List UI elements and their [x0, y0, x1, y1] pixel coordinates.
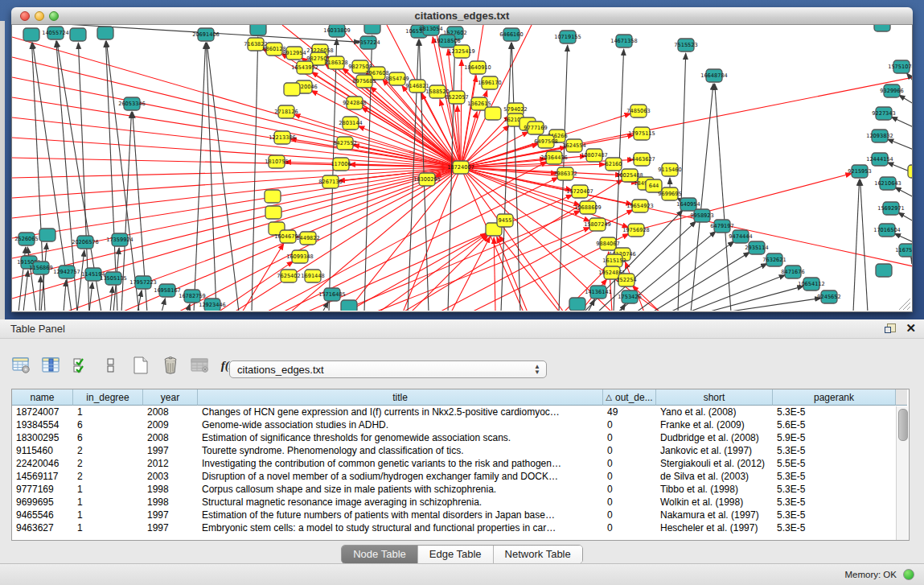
cell-pagerank[interactable]: 5.6E-5 [773, 418, 896, 431]
graph-node[interactable]: 3624554 [562, 139, 585, 152]
graph-node[interactable]: 6497568 [534, 135, 557, 148]
cell-pagerank[interactable]: 5.3E-5 [773, 483, 896, 496]
cell-year[interactable]: 1997 [143, 444, 198, 457]
cell-out_de[interactable]: 0 [603, 509, 656, 521]
cell-short[interactable]: Franke et al. (2009) [656, 418, 773, 431]
cell-short[interactable]: Yano et al. (2008) [656, 406, 773, 418]
graph-node[interactable]: 6466160 [499, 28, 523, 41]
cell-out_de[interactable]: 0 [603, 457, 656, 470]
cell-year[interactable]: 1997 [143, 509, 198, 521]
graph-node[interactable]: 8912954 [282, 47, 306, 60]
graph-node[interactable]: 12444154 [866, 153, 893, 166]
graph-node[interactable]: 9215953 [848, 165, 871, 178]
cell-out_de[interactable]: 0 [603, 483, 656, 496]
tab-network-table[interactable]: Network Table [494, 546, 582, 563]
graph-node[interactable] [284, 83, 300, 96]
graph-node[interactable]: 8267130 [318, 175, 342, 188]
cell-year[interactable]: 1997 [143, 521, 198, 534]
table-row[interactable]: 946554611997Estimation of the future num… [12, 509, 909, 521]
cell-year[interactable]: 2009 [143, 418, 198, 431]
graph-node[interactable]: 8958923 [690, 209, 713, 222]
cell-title[interactable]: Estimation of significance thresholds fo… [198, 431, 603, 444]
graph-node[interactable] [23, 28, 39, 41]
table-row[interactable]: 911546021997Tourette syndrome. Phenomeno… [12, 444, 909, 457]
cell-title[interactable]: Investigating the contribution of common… [198, 457, 603, 470]
tab-node-table[interactable]: Node Table [342, 546, 418, 563]
column-header-in_degree[interactable]: in_degree [73, 389, 143, 406]
cell-name[interactable]: 22420046 [12, 457, 73, 470]
cell-year[interactable]: 2008 [143, 431, 198, 444]
column-header-short[interactable]: short [656, 389, 773, 406]
graph-node[interactable]: 8975685 [352, 75, 376, 88]
graph-node[interactable] [70, 28, 86, 41]
graph-node[interactable]: 7986372 [553, 167, 577, 180]
graph-node[interactable] [485, 107, 501, 120]
column-header-name[interactable]: name [12, 389, 73, 406]
table-row[interactable]: 2242004622012Investigating the contribut… [12, 457, 909, 470]
column-header-out_de[interactable]: △out_de... [603, 389, 656, 406]
canvas-resize-grip[interactable] [899, 299, 910, 310]
window-titlebar[interactable]: citations_edges.txt [11, 7, 913, 25]
graph-node[interactable]: 16782759 [179, 290, 206, 303]
graph-node[interactable]: 10688609 [574, 201, 602, 214]
cell-short[interactable]: Wolkin et al. (1998) [656, 496, 773, 509]
graph-node[interactable]: 7625402 [277, 270, 300, 282]
cell-year[interactable]: 1998 [143, 496, 198, 509]
graph-node[interactable]: 9227343 [872, 107, 895, 120]
graph-node[interactable]: 17359924 [106, 233, 133, 246]
cell-pagerank[interactable]: 5.3E-5 [773, 509, 896, 521]
graph-node[interactable]: 12923446 [199, 299, 226, 311]
table-row[interactable]: 969969511998Structural magnetic resonanc… [12, 496, 909, 509]
table-selector-dropdown[interactable]: citations_edges.txt ▲▼ [229, 360, 547, 378]
graph-node[interactable]: 1810755 [265, 155, 288, 168]
table-row[interactable]: 1872400712008Changes of HCN gene express… [12, 406, 909, 418]
graph-node[interactable]: 1449822 [296, 232, 319, 245]
graph-node[interactable]: 252254 [616, 274, 636, 286]
graph-node[interactable]: 15751074 [888, 60, 912, 73]
scrollbar-thumb[interactable] [898, 409, 908, 441]
cell-out_de[interactable]: 0 [603, 470, 656, 483]
graph-node[interactable]: 7632621 [762, 253, 786, 266]
cell-out_de[interactable]: 0 [603, 431, 656, 444]
graph-node[interactable]: 7357224 [356, 36, 380, 49]
cell-in_degree[interactable]: 1 [73, 509, 143, 521]
cell-short[interactable]: Stergiakouli et al. (2012) [656, 457, 773, 470]
table-options-icon[interactable] [11, 355, 32, 376]
graph-node[interactable]: 1691448 [301, 270, 324, 282]
graph-node[interactable]: 14463627 [628, 153, 655, 166]
table-row[interactable]: 1456911722003Disruption of a novel membe… [12, 470, 909, 483]
graph-node[interactable] [876, 264, 892, 277]
graph-node[interactable]: 1696170 [478, 76, 501, 89]
graph-node[interactable]: 9242848 [343, 97, 366, 109]
tab-edge-table[interactable]: Edge Table [418, 546, 494, 563]
graph-node[interactable]: 9777169 [524, 122, 547, 134]
cell-title[interactable]: Tourette syndrome. Phenomenology and cla… [198, 444, 603, 457]
cell-in_degree[interactable]: 1 [73, 483, 143, 496]
graph-node[interactable] [250, 25, 266, 35]
import-table-disabled-icon[interactable] [190, 355, 211, 376]
graph-node[interactable]: 8522057 [445, 91, 468, 104]
graph-node[interactable]: 16958167 [154, 284, 181, 297]
graph-node[interactable]: 6479197 [710, 220, 733, 233]
cell-in_degree[interactable]: 1 [73, 521, 143, 534]
cell-year[interactable]: 2012 [143, 457, 198, 470]
graph-node[interactable]: 2718126 [274, 105, 298, 118]
column-chooser-icon[interactable] [41, 355, 62, 376]
cell-name[interactable]: 9463627 [12, 521, 73, 534]
cell-pagerank[interactable]: 5.3E-5 [773, 521, 896, 534]
vertical-scrollbar[interactable] [896, 406, 908, 540]
cell-in_degree[interactable]: 6 [73, 418, 143, 431]
graph-node[interactable]: 15692971 [877, 202, 905, 215]
graph-node[interactable]: 1156869 [29, 262, 52, 274]
cell-year[interactable]: 2008 [143, 406, 198, 418]
cell-pagerank[interactable]: 5.9E-5 [773, 431, 896, 444]
cell-short[interactable]: Nakamura et al. (1997) [656, 509, 773, 521]
cell-title[interactable]: Estimation of the future numbers of pati… [198, 509, 603, 521]
graph-node[interactable]: 18640910 [464, 61, 491, 74]
cell-title[interactable]: Disruption of a novel member of a sodium… [198, 470, 603, 483]
cell-pagerank[interactable]: 5.3E-5 [773, 444, 896, 457]
graph-node[interactable] [97, 27, 113, 39]
graph-node[interactable]: 9115460 [658, 163, 681, 176]
graph-node[interactable]: 62160 [606, 158, 622, 171]
graph-node[interactable]: 10719155 [554, 31, 581, 43]
